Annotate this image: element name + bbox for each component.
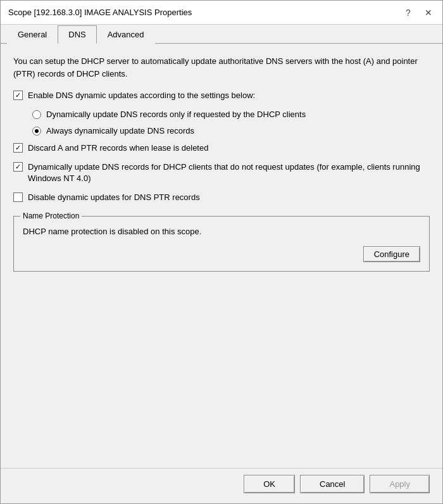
discard-label: Discard A and PTR records when lease is …	[28, 142, 208, 154]
tab-bar: General DNS Advanced	[1, 25, 442, 44]
enable-dns-checkbox[interactable]	[13, 91, 23, 100]
name-protection-group: Name Protection DHCP name protection is …	[13, 216, 430, 272]
cancel-button[interactable]: Cancel	[300, 475, 365, 493]
tab-advanced[interactable]: Advanced	[97, 25, 155, 44]
dialog-window: Scope [192.168.3.0] IMAGE ANALYSIS Prope…	[0, 0, 443, 504]
ok-button[interactable]: OK	[244, 475, 295, 493]
dynamic-only-row: Dynamically update DNS records only if r…	[32, 109, 430, 120]
tab-content: You can setup the DHCP server to automat…	[1, 44, 442, 468]
discard-row: Discard A and PTR records when lease is …	[13, 142, 430, 154]
disable-ptr-label: Disable dynamic updates for DNS PTR reco…	[28, 192, 200, 203]
disable-ptr-checkbox[interactable]	[13, 192, 23, 202]
help-button[interactable]: ?	[402, 8, 415, 18]
enable-dns-row: Enable DNS dynamic updates according to …	[13, 90, 430, 101]
always-update-label: Always dynamically update DNS records	[46, 125, 194, 137]
tab-dns[interactable]: DNS	[58, 25, 96, 44]
title-bar-controls: ? ✕	[402, 8, 435, 18]
close-button[interactable]: ✕	[422, 8, 435, 18]
window-title: Scope [192.168.3.0] IMAGE ANALYSIS Prope…	[8, 8, 192, 17]
always-update-row: Always dynamically update DNS records	[32, 125, 430, 137]
button-bar: OK Cancel Apply	[1, 468, 442, 503]
description-text: You can setup the DHCP server to automat…	[13, 55, 430, 80]
disable-ptr-row: Disable dynamic updates for DNS PTR reco…	[13, 192, 430, 203]
dhcp-clients-row: Dynamically update DNS records for DHCP …	[13, 161, 430, 184]
dhcp-clients-label: Dynamically update DNS records for DHCP …	[28, 161, 430, 184]
apply-button[interactable]: Apply	[370, 475, 430, 493]
dynamic-only-label: Dynamically update DNS records only if r…	[46, 109, 306, 120]
title-bar: Scope [192.168.3.0] IMAGE ANALYSIS Prope…	[1, 1, 442, 25]
enable-dns-label: Enable DNS dynamic updates according to …	[28, 90, 255, 101]
name-protection-title: Name Protection	[20, 211, 82, 220]
dynamic-only-radio[interactable]	[32, 110, 41, 119]
discard-checkbox[interactable]	[13, 143, 23, 153]
dhcp-clients-checkbox[interactable]	[13, 162, 23, 172]
always-update-radio[interactable]	[32, 127, 41, 135]
tab-general[interactable]: General	[7, 25, 58, 44]
name-protection-text: DHCP name protection is disabled on this…	[23, 227, 420, 236]
configure-button[interactable]: Configure	[363, 246, 420, 262]
